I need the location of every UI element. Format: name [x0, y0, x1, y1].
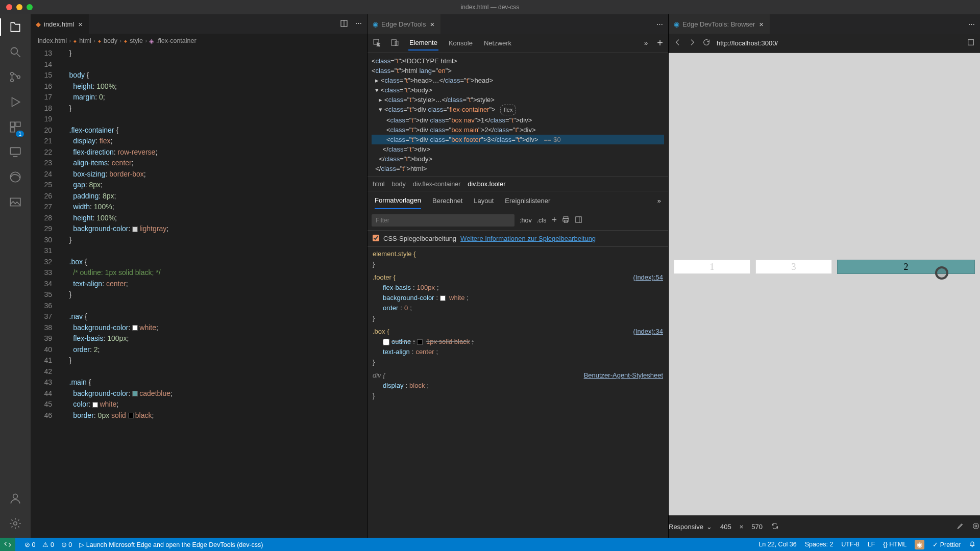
- styles-tabs: Formatvorlagen Berechnet Layout Ereignis…: [368, 191, 668, 210]
- account-icon[interactable]: [9, 492, 22, 507]
- code-editor[interactable]: 1314151617181920212223242526272829303132…: [31, 48, 367, 538]
- eyedropper-icon[interactable]: [955, 522, 964, 532]
- tab-label: index.html: [44, 20, 74, 28]
- width-value[interactable]: 405: [720, 523, 731, 531]
- svg-point-0: [11, 47, 17, 54]
- editor-tabs: ◆ index.html × ⋯: [31, 14, 367, 34]
- svg-point-2: [11, 79, 13, 82]
- svg-rect-4: [10, 122, 15, 127]
- warnings-count[interactable]: ⚠ 0: [42, 541, 54, 548]
- indentation[interactable]: Spaces: 2: [805, 541, 834, 548]
- plus-icon[interactable]: +: [551, 215, 557, 226]
- tab-edge-devtools[interactable]: ◉ Edge DevTools ×: [368, 14, 441, 34]
- remote-button[interactable]: [0, 538, 15, 551]
- rotate-icon[interactable]: [771, 522, 779, 532]
- svg-point-3: [17, 76, 20, 78]
- tab-layout[interactable]: Layout: [474, 193, 494, 209]
- browser-toolbar: http://localhost:3000/: [669, 34, 980, 53]
- language-mode[interactable]: {} HTML: [883, 541, 906, 548]
- styles-panel[interactable]: element.style {}.footer {(Index):54flex-…: [368, 247, 668, 538]
- debug-icon[interactable]: [9, 95, 22, 110]
- svg-point-22: [975, 525, 977, 527]
- tab-network[interactable]: Netzwerk: [483, 36, 512, 50]
- responsive-select[interactable]: Responsive⌄: [669, 523, 712, 531]
- live-icon[interactable]: ◉: [915, 540, 924, 549]
- source-control-icon[interactable]: [9, 70, 22, 85]
- svg-rect-7: [10, 147, 20, 154]
- render-box-2: 2: [837, 260, 975, 274]
- more-icon[interactable]: ⋯: [656, 20, 663, 28]
- forward-icon[interactable]: [688, 38, 696, 48]
- maximize-window-icon[interactable]: [27, 4, 33, 10]
- height-value[interactable]: 570: [751, 523, 763, 531]
- target-icon[interactable]: [972, 522, 980, 532]
- svg-rect-20: [968, 40, 974, 45]
- split-editor-icon[interactable]: [340, 19, 348, 29]
- launch-edge-button[interactable]: ▷ Launch Microsoft Edge and open the Edg…: [79, 541, 263, 548]
- mirror-link[interactable]: Weitere Informationen zur Spiegelbearbei…: [460, 235, 596, 242]
- svg-rect-5: [16, 122, 20, 127]
- extensions-badge: 1: [16, 131, 24, 137]
- inspect-icon[interactable]: [373, 38, 381, 48]
- close-icon[interactable]: ×: [77, 20, 84, 29]
- titlebar: index.html — dev-css: [0, 0, 980, 14]
- print-icon[interactable]: [562, 216, 570, 225]
- svg-rect-15: [395, 41, 398, 45]
- cursor-position[interactable]: Ln 22, Col 36: [758, 541, 796, 548]
- styles-toolbar: :hov .cls +: [368, 210, 668, 231]
- svg-rect-9: [10, 198, 20, 206]
- remote-explorer-icon[interactable]: [9, 145, 22, 160]
- explorer-icon[interactable]: [9, 20, 22, 35]
- search-icon[interactable]: [9, 45, 22, 60]
- url-bar[interactable]: http://localhost:3000/: [717, 39, 961, 47]
- close-icon[interactable]: ×: [758, 20, 765, 29]
- port-forward[interactable]: ⊙ 0: [61, 541, 72, 548]
- mirror-label: CSS-Spiegelbearbeitung: [383, 235, 456, 242]
- image-icon[interactable]: [9, 195, 22, 210]
- panel-icon[interactable]: [575, 216, 582, 225]
- eol[interactable]: LF: [868, 541, 875, 548]
- close-icon[interactable]: ×: [429, 20, 435, 29]
- more-icon[interactable]: ⋯: [355, 19, 362, 29]
- tab-styles[interactable]: Formatvorlagen: [375, 192, 421, 209]
- minimize-window-icon[interactable]: [16, 4, 22, 10]
- cls-toggle[interactable]: .cls: [537, 217, 547, 224]
- back-icon[interactable]: [674, 38, 682, 48]
- errors-count[interactable]: ⊘ 0: [24, 541, 35, 548]
- more-icon[interactable]: ⋯: [968, 20, 975, 28]
- dom-tree[interactable]: <class="t">!DOCTYPE html><class="t">html…: [368, 53, 668, 177]
- mirror-checkbox[interactable]: [373, 235, 379, 241]
- expand-icon[interactable]: [967, 38, 975, 48]
- device-icon[interactable]: [390, 38, 399, 48]
- bell-icon[interactable]: [969, 540, 976, 549]
- chevron-right-icon[interactable]: »: [657, 197, 661, 205]
- chevron-right-icon[interactable]: »: [644, 39, 648, 47]
- tab-computed[interactable]: Berechnet: [432, 193, 462, 209]
- tab-elements[interactable]: Elemente: [408, 36, 438, 51]
- filter-input[interactable]: [372, 214, 514, 227]
- extensions-icon[interactable]: 1: [9, 120, 22, 135]
- edge-tab-icon: ◉: [373, 20, 378, 28]
- tab-listeners[interactable]: Ereignislistener: [505, 193, 550, 209]
- render-box-3: 3: [755, 260, 832, 274]
- encoding[interactable]: UTF-8: [841, 541, 859, 548]
- reload-icon[interactable]: [702, 38, 710, 48]
- close-window-icon[interactable]: [6, 4, 12, 10]
- window-controls: [0, 4, 33, 10]
- dimension-bar: Responsive⌄ 405 × 570: [669, 515, 980, 538]
- dom-breadcrumb[interactable]: html body div.flex-container div.box.foo…: [368, 177, 668, 191]
- browser-viewport[interactable]: 1 3 2: [669, 53, 980, 515]
- plus-icon[interactable]: +: [657, 37, 663, 49]
- svg-rect-19: [576, 216, 581, 222]
- tab-edge-browser[interactable]: ◉ Edge DevTools: Browser ×: [669, 14, 770, 34]
- breadcrumb[interactable]: index.html› ⬥html› ⬥body› ⬥style› ◈.flex…: [31, 34, 367, 48]
- svg-rect-6: [10, 128, 15, 132]
- settings-icon[interactable]: [9, 517, 22, 532]
- prettier-status[interactable]: ✓ Prettier: [933, 541, 961, 548]
- tab-index-html[interactable]: ◆ index.html ×: [31, 14, 89, 34]
- edge-icon[interactable]: [9, 170, 22, 185]
- hov-toggle[interactable]: :hov: [520, 217, 532, 224]
- svg-rect-17: [563, 218, 569, 221]
- render-box-1: 1: [674, 260, 750, 274]
- tab-console[interactable]: Konsole: [448, 36, 474, 50]
